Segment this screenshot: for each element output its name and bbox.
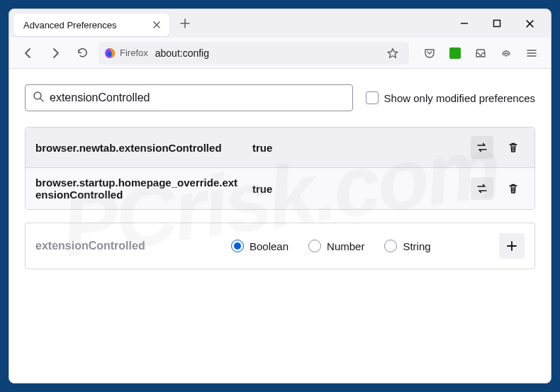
preference-value: true [252, 142, 461, 154]
firefox-icon [104, 47, 116, 59]
preference-row[interactable]: browser.startup.homepage_override.extens… [26, 167, 534, 209]
radio-label: String [403, 240, 430, 252]
svg-point-2 [107, 52, 111, 56]
forward-button[interactable] [45, 43, 66, 64]
fingerprint-icon[interactable] [495, 43, 517, 64]
maximize-button[interactable] [487, 13, 507, 33]
toggle-button[interactable] [471, 136, 493, 159]
preference-list: browser.newtab.extensionControlled true … [25, 127, 535, 210]
radio-boolean[interactable]: Boolean [231, 240, 289, 252]
checkbox-icon [366, 91, 379, 104]
preference-value: true [252, 183, 461, 195]
search-icon [33, 91, 44, 105]
preference-name: browser.newtab.extensionControlled [35, 142, 242, 154]
radio-icon [384, 240, 397, 252]
config-search-input[interactable] [50, 91, 345, 104]
type-radio-group: Boolean Number String [231, 240, 488, 252]
window-controls [454, 13, 547, 33]
show-modified-label: Show only modified preferences [384, 92, 535, 104]
about-config-content: Show only modified preferences browser.n… [9, 69, 551, 383]
svg-rect-0 [494, 21, 500, 27]
back-button[interactable] [18, 43, 39, 64]
titlebar: Advanced Preferences [9, 9, 551, 38]
preference-row[interactable]: browser.newtab.extensionControlled true [26, 128, 534, 167]
new-preference-row: extensionControlled Boolean Number Strin… [25, 223, 535, 269]
radio-label: Number [327, 240, 364, 252]
add-preference-button[interactable] [499, 233, 525, 259]
new-tab-button[interactable] [175, 13, 195, 33]
browser-tab[interactable]: Advanced Preferences [13, 13, 169, 36]
pocket-icon[interactable] [419, 43, 440, 64]
new-preference-name: extensionControlled [35, 240, 220, 252]
url-text: about:config [155, 47, 209, 59]
delete-button[interactable] [502, 136, 525, 159]
radio-number[interactable]: Number [308, 240, 364, 252]
radio-label: Boolean [250, 240, 289, 252]
app-menu-button[interactable] [521, 43, 542, 64]
close-tab-button[interactable] [151, 19, 162, 30]
reload-button[interactable] [72, 43, 93, 64]
delete-button[interactable] [502, 177, 525, 200]
url-bar[interactable]: Firefox about:config [99, 42, 409, 65]
identity-label: Firefox [120, 47, 148, 58]
navigation-toolbar: Firefox about:config [9, 38, 551, 69]
tab-title: Advanced Preferences [23, 20, 117, 30]
preference-name: browser.startup.homepage_override.extens… [35, 177, 242, 201]
radio-string[interactable]: String [384, 240, 430, 252]
bookmark-star-icon[interactable] [382, 43, 403, 64]
show-modified-checkbox[interactable]: Show only modified preferences [366, 91, 535, 104]
minimize-button[interactable] [454, 13, 474, 33]
inbox-icon[interactable] [470, 43, 491, 64]
config-search-box[interactable] [25, 84, 353, 111]
extension-icon[interactable] [444, 43, 466, 64]
radio-icon [308, 240, 321, 252]
radio-icon [231, 240, 244, 252]
toggle-button[interactable] [471, 177, 493, 200]
close-window-button[interactable] [520, 13, 539, 33]
